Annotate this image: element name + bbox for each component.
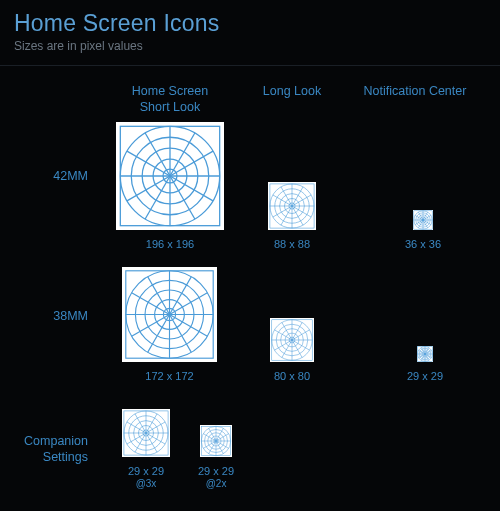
grid-wheel-icon bbox=[200, 425, 232, 457]
icon-caption-sub: @2x bbox=[198, 478, 234, 489]
grid-wheel-icon bbox=[122, 267, 217, 362]
divider bbox=[0, 65, 500, 66]
icon-box bbox=[116, 122, 224, 230]
cell-42mm-long: 88 x 88 bbox=[268, 182, 316, 250]
grid-wheel-icon bbox=[116, 122, 224, 230]
row-label-38mm: 38MM bbox=[0, 309, 88, 325]
col-header-long-look: Long Look bbox=[252, 84, 332, 100]
icon-box bbox=[122, 267, 217, 362]
icon-caption: 80 x 80 bbox=[270, 370, 314, 382]
cell-38mm-home: 172 x 172 bbox=[122, 267, 217, 382]
grid-wheel-icon bbox=[417, 346, 433, 362]
icon-caption: 29 x 29 @3x bbox=[122, 465, 170, 489]
header: Home Screen Icons Sizes are in pixel val… bbox=[0, 0, 500, 57]
page-subtitle: Sizes are in pixel values bbox=[14, 39, 486, 53]
grid-wheel-icon bbox=[270, 318, 314, 362]
grid-wheel-icon bbox=[122, 409, 170, 457]
col-header-notification: Notification Center bbox=[350, 84, 480, 100]
cell-38mm-notif: 29 x 29 bbox=[407, 346, 443, 382]
icon-caption-main: 29 x 29 bbox=[128, 465, 164, 477]
icon-caption: 36 x 36 bbox=[405, 238, 441, 250]
icon-caption: 29 x 29 @2x bbox=[198, 465, 234, 489]
cell-companion-b: 29 x 29 @2x bbox=[198, 425, 234, 489]
icon-caption-sub: @3x bbox=[122, 478, 170, 489]
icon-box bbox=[200, 425, 232, 457]
grid-wheel-icon bbox=[413, 210, 433, 230]
cell-42mm-home: 196 x 196 bbox=[116, 122, 224, 250]
row-label-42mm: 42MM bbox=[0, 169, 88, 185]
icon-box bbox=[417, 346, 433, 362]
icon-caption: 29 x 29 bbox=[407, 370, 443, 382]
icon-caption: 88 x 88 bbox=[268, 238, 316, 250]
icon-caption-main: 29 x 29 bbox=[198, 465, 234, 477]
icon-box bbox=[413, 210, 433, 230]
icon-caption: 172 x 172 bbox=[122, 370, 217, 382]
icon-caption: 196 x 196 bbox=[116, 238, 224, 250]
cell-42mm-notif: 36 x 36 bbox=[405, 210, 441, 250]
col-header-home-short: Home ScreenShort Look bbox=[110, 84, 230, 115]
grid-wheel-icon bbox=[268, 182, 316, 230]
row-label-companion: CompanionSettings bbox=[0, 434, 88, 465]
icon-box bbox=[268, 182, 316, 230]
icon-box bbox=[270, 318, 314, 362]
page-title: Home Screen Icons bbox=[14, 10, 486, 37]
cell-companion-a: 29 x 29 @3x bbox=[122, 409, 170, 489]
icon-box bbox=[122, 409, 170, 457]
cell-38mm-long: 80 x 80 bbox=[270, 318, 314, 382]
